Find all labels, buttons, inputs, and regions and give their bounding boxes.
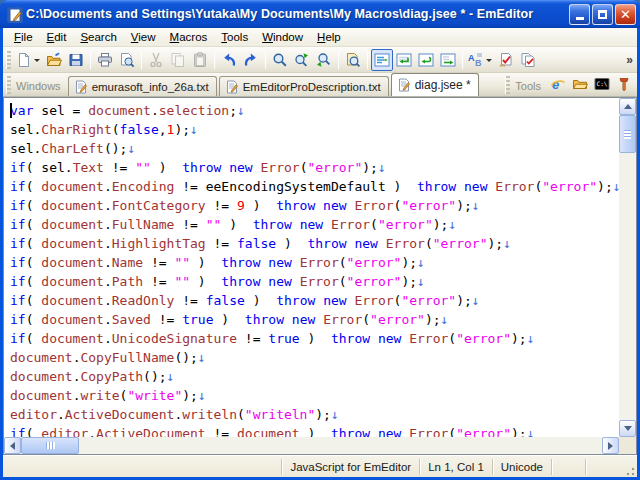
- folder-icon: [572, 76, 588, 92]
- text-caret: [10, 103, 12, 118]
- wrap-chars-icon: [396, 52, 412, 68]
- code-line: if( document.Encoding != eeEncodingSyste…: [10, 177, 619, 196]
- customize-tools-button[interactable]: [613, 74, 635, 94]
- find-button[interactable]: [269, 49, 291, 71]
- minimize-button[interactable]: [569, 4, 590, 25]
- menu-item-macros[interactable]: Macros: [163, 30, 215, 44]
- redo-button[interactable]: [240, 49, 262, 71]
- toolbar-grip[interactable]: [6, 51, 11, 69]
- status-cursor-position-pane[interactable]: Ln 1, Col 1: [420, 459, 493, 475]
- menu-item-view[interactable]: View: [124, 30, 163, 44]
- vertical-scrollbar[interactable]: [619, 98, 636, 437]
- code-line: editor.ActiveDocument.writeln("writeln")…: [10, 405, 619, 424]
- find-in-files-button[interactable]: [342, 49, 364, 71]
- tab-label: diag.jsee *: [415, 78, 471, 92]
- find-next-icon: [294, 52, 310, 68]
- check-document-button[interactable]: [495, 49, 517, 71]
- print-icon: [97, 52, 113, 68]
- status-syntax-pane[interactable]: JavaScript for EmEditor: [282, 459, 420, 475]
- menu-item-tools[interactable]: Tools: [214, 30, 255, 44]
- tab-emurasoft-info-26a-txt[interactable]: emurasoft_info_26a.txt: [68, 76, 217, 96]
- menu-item-edit[interactable]: Edit: [40, 30, 74, 44]
- close-icon: ✕: [620, 7, 631, 22]
- code-line: if( editor.ActiveDocument != document ) …: [10, 424, 619, 437]
- scroll-left-button[interactable]: [4, 437, 21, 454]
- code-line: if( document.Saved != true ) throw new E…: [10, 310, 619, 329]
- paste-icon: [192, 52, 208, 68]
- print-button[interactable]: [94, 49, 116, 71]
- toolbar-separator: [367, 51, 368, 69]
- hammer-icon: [616, 76, 632, 92]
- arrow-up-icon: [624, 100, 632, 109]
- code-line: if( document.HighlightTag != false ) thr…: [10, 234, 619, 253]
- wrap-by-window-button[interactable]: [415, 49, 437, 71]
- title-bar: C:\Documents and Settings\Yutaka\My Docu…: [0, 0, 640, 28]
- code-line: var sel = document.selection;↓: [10, 101, 619, 120]
- toolbar-separator: [141, 51, 142, 69]
- tab-emeditorprodescription-txt[interactable]: EmEditorProDescription.txt: [219, 76, 389, 96]
- code-line: if( document.Path != "" ) throw new Erro…: [10, 272, 619, 291]
- copy-button[interactable]: [167, 49, 189, 71]
- explorer-button[interactable]: [569, 74, 591, 94]
- open-file-icon: [46, 52, 62, 68]
- status-encoding-pane[interactable]: Unicode: [493, 459, 552, 475]
- tab-bar: Windows emurasoft_info_26a.txtEmEditorPr…: [3, 73, 637, 97]
- open-file-button[interactable]: [43, 49, 65, 71]
- wrap-window-icon: [418, 52, 434, 68]
- command-prompt-button[interactable]: C:\: [591, 74, 613, 94]
- windows-toolbar-grip[interactable]: [6, 76, 11, 94]
- wrap-by-page-button[interactable]: [437, 49, 459, 71]
- copy-icon: [170, 52, 186, 68]
- status-empty-pane-2: [586, 459, 620, 475]
- menu-item-search[interactable]: Search: [73, 30, 123, 44]
- find-previous-button[interactable]: [313, 49, 335, 71]
- menu-item-window[interactable]: Window: [255, 30, 310, 44]
- print-preview-button[interactable]: [116, 49, 138, 71]
- paste-button[interactable]: [189, 49, 211, 71]
- svg-text:C:\: C:\: [597, 80, 608, 87]
- new-file-button[interactable]: [14, 49, 43, 71]
- status-bar: JavaScript for EmEditor Ln 1, Col 1 Unic…: [3, 455, 637, 477]
- toolbar-overflow-button[interactable]: »: [626, 53, 633, 67]
- menu-item-help[interactable]: Help: [310, 30, 348, 44]
- tab-diag-jsee[interactable]: diag.jsee *: [391, 73, 479, 96]
- horizontal-scrollbar[interactable]: [4, 437, 619, 454]
- horizontal-scrollbar-thumb[interactable]: [21, 437, 79, 454]
- tab-label: EmEditorProDescription.txt: [243, 81, 381, 93]
- close-button[interactable]: ✕: [615, 4, 636, 25]
- new-file-icon: [16, 52, 32, 68]
- scroll-right-button[interactable]: [602, 437, 619, 454]
- wrap-page-icon: [440, 52, 456, 68]
- code-line: sel.CharRight(false,1);↓: [10, 120, 619, 139]
- editor-text-area[interactable]: var sel = document.selection;↓sel.CharRi…: [4, 98, 619, 437]
- code-line: document.CopyFullName();↓: [10, 348, 619, 367]
- redo-icon: [243, 52, 259, 68]
- check-all-documents-button[interactable]: [517, 49, 539, 71]
- resize-grip[interactable]: [622, 462, 637, 477]
- svg-text:A: A: [468, 53, 475, 63]
- save-button[interactable]: [65, 49, 87, 71]
- wrap-none-button[interactable]: [371, 49, 393, 71]
- code-line: sel.CharLeft();↓: [10, 139, 619, 158]
- code-line: if( sel.Text != "" ) throw new Error("er…: [10, 158, 619, 177]
- cut-button[interactable]: [145, 49, 167, 71]
- scroll-down-button[interactable]: [619, 420, 636, 437]
- find-next-button[interactable]: [291, 49, 313, 71]
- maximize-button[interactable]: [592, 4, 613, 25]
- tools-toolbar-grip[interactable]: [505, 76, 510, 94]
- minimize-icon: [576, 17, 584, 20]
- editor-pane: var sel = document.selection;↓sel.CharRi…: [3, 97, 637, 455]
- cmd-icon: C:\: [594, 76, 610, 92]
- wrap-by-characters-button[interactable]: [393, 49, 415, 71]
- internet-explorer-button[interactable]: e: [547, 74, 569, 94]
- menu-item-file[interactable]: File: [7, 30, 40, 44]
- scroll-up-button[interactable]: [619, 98, 636, 115]
- undo-button[interactable]: [218, 49, 240, 71]
- toolbar-separator: [338, 51, 339, 69]
- encoding-button[interactable]: AB: [466, 49, 495, 71]
- vertical-scrollbar-thumb[interactable]: [619, 115, 636, 153]
- encoding-icon: AB: [468, 52, 484, 68]
- arrow-right-icon: [608, 442, 617, 450]
- check-pages-icon: [520, 52, 536, 68]
- ie-icon: e: [550, 76, 566, 92]
